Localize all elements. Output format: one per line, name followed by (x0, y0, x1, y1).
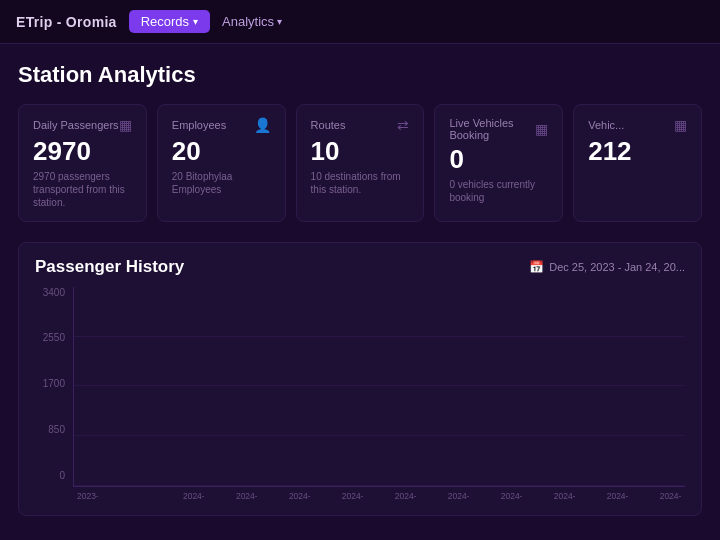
x-label-16: 2024-01-17 (501, 491, 522, 501)
x-label-1 (103, 491, 124, 501)
stat-card-3: Live Vehicles Booking ▦ 0 0 vehicles cur… (434, 104, 563, 222)
card-icon-2: ⇄ (397, 117, 409, 133)
y-label-3: 850 (48, 424, 65, 435)
x-label-21 (633, 491, 654, 501)
x-label-22: 2024-01-2... (660, 491, 681, 501)
x-label-6: 2024-01-03 (236, 491, 257, 501)
x-label-13 (421, 491, 442, 501)
y-axis: 3400255017008500 (35, 287, 73, 501)
analytics-nav-button[interactable]: Analytics ▾ (222, 14, 282, 29)
chart-header: Passenger History 📅 Dec 25, 2023 - Jan 2… (35, 257, 685, 277)
records-button[interactable]: Records ▾ (129, 10, 210, 33)
chart-title: Passenger History (35, 257, 184, 277)
chart-section: Passenger History 📅 Dec 25, 2023 - Jan 2… (18, 242, 702, 516)
card-value-2: 10 (311, 137, 410, 166)
x-label-19 (580, 491, 601, 501)
page-content: Station Analytics Daily Passengers ▦ 297… (0, 44, 720, 540)
stat-card-2: Routes ⇄ 10 10 destinations from this st… (296, 104, 425, 222)
card-icon-4: ▦ (674, 117, 687, 133)
x-label-2 (130, 491, 151, 501)
card-header-1: Employees 👤 (172, 117, 271, 133)
x-label-14: 2024-01-15 (448, 491, 469, 501)
stat-card-0: Daily Passengers ▦ 2970 2970 passengers … (18, 104, 147, 222)
x-label-4: 2024-01-01 (183, 491, 204, 501)
x-label-11 (368, 491, 389, 501)
calendar-icon: 📅 (529, 260, 544, 274)
analytics-chevron-icon: ▾ (277, 16, 282, 27)
card-header-2: Routes ⇄ (311, 117, 410, 133)
card-label-2: Routes (311, 119, 346, 131)
nav-brand: ETrip - Oromia (16, 14, 117, 30)
x-label-20: 2024-01-21 (607, 491, 628, 501)
stat-card-4: Vehic... ▦ 212 (573, 104, 702, 222)
x-label-18: 2024-01-19 (554, 491, 575, 501)
x-label-15 (474, 491, 495, 501)
card-value-3: 0 (449, 145, 548, 174)
card-icon-1: 👤 (254, 117, 271, 133)
card-desc-2: 10 destinations from this station. (311, 170, 410, 196)
card-value-4: 212 (588, 137, 687, 166)
card-icon-0: ▦ (119, 117, 132, 133)
card-value-1: 20 (172, 137, 271, 166)
card-desc-1: 20 Bitophylaa Employees (172, 170, 271, 196)
page-title: Station Analytics (18, 62, 702, 88)
x-label-5 (209, 491, 230, 501)
card-desc-0: 2970 passengers transported from this st… (33, 170, 132, 209)
card-header-0: Daily Passengers ▦ (33, 117, 132, 133)
x-label-8: 2024-01-05 (289, 491, 310, 501)
x-label-7 (262, 491, 283, 501)
card-value-0: 2970 (33, 137, 132, 166)
records-chevron-icon: ▾ (193, 16, 198, 27)
x-label-3 (156, 491, 177, 501)
chart-inner: 2023-12-302024-01-012024-01-032024-01-05… (73, 287, 685, 501)
x-label-9 (315, 491, 336, 501)
card-desc-3: 0 vehicles currently booking (449, 178, 548, 204)
x-label-0: 2023-12-30 (77, 491, 98, 501)
bars-area (73, 287, 685, 487)
x-label-10: 2024-01-11 (342, 491, 363, 501)
date-range: 📅 Dec 25, 2023 - Jan 24, 20... (529, 260, 685, 274)
card-label-1: Employees (172, 119, 226, 131)
x-label-12: 2024-01-13 (395, 491, 416, 501)
card-header-3: Live Vehicles Booking ▦ (449, 117, 548, 141)
card-label-0: Daily Passengers (33, 119, 119, 131)
stat-card-1: Employees 👤 20 20 Bitophylaa Employees (157, 104, 286, 222)
bar-chart: 3400255017008500 2023-12-302024-01-01202… (35, 287, 685, 501)
y-label-1: 2550 (43, 332, 65, 343)
card-icon-3: ▦ (535, 121, 548, 137)
card-label-4: Vehic... (588, 119, 624, 131)
x-labels: 2023-12-302024-01-012024-01-032024-01-05… (73, 487, 685, 501)
y-label-4: 0 (59, 470, 65, 481)
card-label-3: Live Vehicles Booking (449, 117, 535, 141)
navbar: ETrip - Oromia Records ▾ Analytics ▾ (0, 0, 720, 44)
x-label-17 (527, 491, 548, 501)
stat-cards-row: Daily Passengers ▦ 2970 2970 passengers … (18, 104, 702, 222)
y-label-2: 1700 (43, 378, 65, 389)
y-label-0: 3400 (43, 287, 65, 298)
card-header-4: Vehic... ▦ (588, 117, 687, 133)
